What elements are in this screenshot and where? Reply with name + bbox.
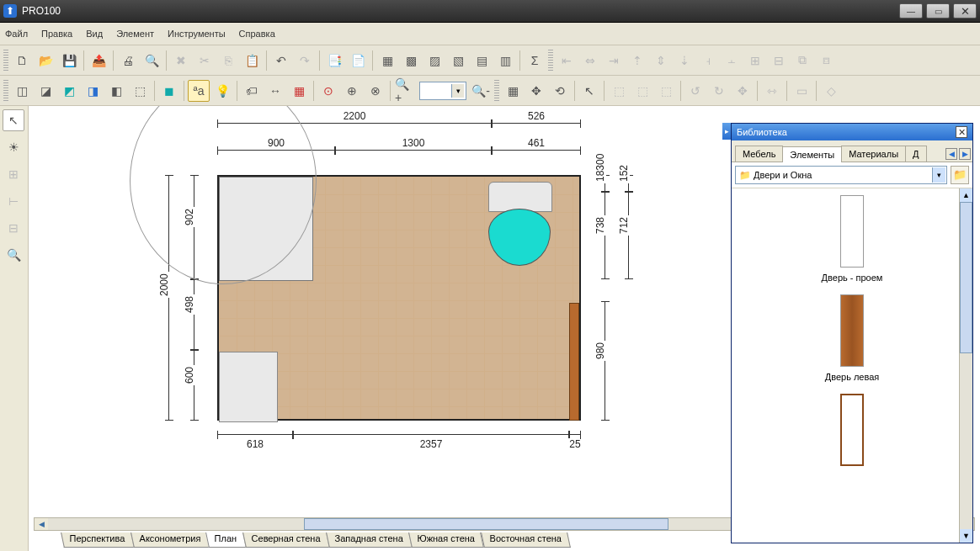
dimension-icon[interactable]: ↔ <box>264 80 286 102</box>
scroll-left-icon[interactable]: ◀ <box>35 518 48 530</box>
library-item-door-left[interactable]: Дверь левая <box>825 294 880 382</box>
bathtub-corner[interactable] <box>219 177 313 281</box>
scroll-up-icon[interactable]: ▲ <box>960 188 972 202</box>
menu-element[interactable]: Элемент <box>116 29 154 39</box>
scroll-down-icon[interactable]: ▼ <box>960 529 972 543</box>
menu-tools[interactable]: Инструменты <box>168 29 226 39</box>
library-tab-elements[interactable]: Элементы <box>782 146 842 162</box>
library-scrollbar[interactable]: ▲ ▼ <box>959 188 972 543</box>
light-tool-icon[interactable]: ☀ <box>3 136 24 158</box>
rotate-icon[interactable]: ⟲ <box>549 80 571 102</box>
export-icon[interactable]: 📤 <box>88 50 109 72</box>
connect-tool-icon[interactable]: ⊢ <box>3 190 24 212</box>
view-mode-1-icon[interactable]: ▦ <box>376 50 398 72</box>
view-mode-5-icon[interactable]: ▤ <box>471 50 493 72</box>
redo-icon[interactable]: ↷ <box>294 50 316 72</box>
window-close-button[interactable]: ✕ <box>953 3 977 19</box>
rotate-left-icon[interactable]: ↺ <box>684 80 706 102</box>
tab-west-wall[interactable]: Западная стена <box>326 532 413 548</box>
cube-shade-icon[interactable]: ◧ <box>105 80 127 102</box>
library-folder-up-icon[interactable]: 📁 <box>951 166 969 184</box>
print-icon[interactable]: 🖨 <box>117 50 139 72</box>
transform-1-icon[interactable]: ⬚ <box>608 80 630 102</box>
view-mode-6-icon[interactable]: ▥ <box>494 50 516 72</box>
tab-north-wall[interactable]: Северная стена <box>242 532 330 548</box>
split-icon[interactable]: ⧈ <box>815 50 837 72</box>
view-mode-3-icon[interactable]: ▨ <box>423 50 445 72</box>
library-tab-materials[interactable]: Материалы <box>841 146 906 162</box>
align-bottom-icon[interactable]: ⇣ <box>674 50 695 72</box>
save-icon[interactable]: 💾 <box>58 50 80 72</box>
library-tab-next-icon[interactable]: ▶ <box>959 148 971 160</box>
tab-perspective[interactable]: Перспектива <box>61 532 135 548</box>
zoom-in-icon[interactable]: 🔍+ <box>394 80 416 102</box>
pointer-tool-icon[interactable]: ↖ <box>3 109 24 131</box>
room-outline[interactable] <box>217 175 581 421</box>
cube-front-icon[interactable]: ◫ <box>11 80 33 102</box>
properties-icon[interactable]: 📑 <box>323 50 345 72</box>
align-top-icon[interactable]: ⇡ <box>626 50 648 72</box>
scroll-thumb[interactable] <box>304 518 669 530</box>
sum-icon[interactable]: Σ <box>524 50 546 72</box>
toolbar-grip[interactable] <box>3 50 8 72</box>
mirror-h-icon[interactable]: ⇿ <box>761 80 783 102</box>
group-icon[interactable]: ⊞ <box>744 50 766 72</box>
zoom-out-icon[interactable]: 🔍- <box>470 80 492 102</box>
ungroup-icon[interactable]: ⊟ <box>768 50 790 72</box>
menu-help[interactable]: Справка <box>239 29 275 39</box>
move-icon[interactable]: ✥ <box>525 80 547 102</box>
tab-plan[interactable]: План <box>206 532 247 548</box>
menu-view[interactable]: Вид <box>86 29 103 39</box>
cube-top-icon[interactable]: ◩ <box>58 80 80 102</box>
select-all-icon[interactable]: ▦ <box>502 80 524 102</box>
report-icon[interactable]: 📄 <box>347 50 369 72</box>
new-document-icon[interactable]: 🗋 <box>11 50 33 72</box>
toolbar-grip[interactable] <box>494 80 499 102</box>
join-icon[interactable]: ⧉ <box>791 50 813 72</box>
library-tab-prev-icon[interactable]: ◀ <box>945 148 957 160</box>
shape-icon[interactable]: ◇ <box>820 80 842 102</box>
window-minimize-button[interactable]: — <box>899 3 923 19</box>
add-tool-icon[interactable]: ⊞ <box>3 163 24 185</box>
toilet[interactable] <box>488 182 552 262</box>
distribute-h-icon[interactable]: ⫞ <box>697 50 719 72</box>
library-tab-more[interactable]: Д <box>905 146 926 162</box>
dims-tool-icon[interactable]: ⊟ <box>3 217 24 239</box>
target1-icon[interactable]: ⊕ <box>341 80 363 102</box>
transform-2-icon[interactable]: ⬚ <box>631 80 653 102</box>
copy-icon[interactable]: ⎘ <box>217 50 239 72</box>
find-tool-icon[interactable]: 🔍 <box>3 244 24 266</box>
library-tab-furniture[interactable]: Мебель <box>735 146 783 162</box>
toolbar-grip[interactable] <box>548 50 553 72</box>
undo-icon[interactable]: ↶ <box>270 50 292 72</box>
align-left-icon[interactable]: ⇤ <box>556 50 578 72</box>
cube-side-icon[interactable]: ◪ <box>35 80 56 102</box>
rotate-right-icon[interactable]: ↻ <box>708 80 730 102</box>
washer-cabinet[interactable] <box>219 352 278 422</box>
window-maximize-button[interactable]: ▭ <box>926 3 950 19</box>
tab-south-wall[interactable]: Южная стена <box>408 532 484 548</box>
cube-iso-icon[interactable]: ◨ <box>82 80 104 102</box>
transform-3-icon[interactable]: ⬚ <box>655 80 677 102</box>
library-close-icon[interactable]: ✕ <box>956 126 967 138</box>
light-icon[interactable]: 💡 <box>211 80 233 102</box>
print-preview-icon[interactable]: 🔍 <box>141 50 162 72</box>
library-item-door-opening[interactable]: Дверь - проем <box>822 195 883 283</box>
paste-icon[interactable]: 📋 <box>241 50 263 72</box>
target2-icon[interactable]: ⊗ <box>365 80 386 102</box>
tab-east-wall[interactable]: Восточная стена <box>481 532 571 548</box>
delete-icon[interactable]: ✖ <box>170 50 192 72</box>
toolbar-grip[interactable] <box>3 80 8 102</box>
distribute-v-icon[interactable]: ⫠ <box>721 50 743 72</box>
align-right-icon[interactable]: ⇥ <box>603 50 625 72</box>
layer-icon[interactable]: ▭ <box>791 80 812 102</box>
move-arrows-icon[interactable]: ✥ <box>732 80 754 102</box>
zoom-combo[interactable] <box>419 82 466 100</box>
snap-icon[interactable]: ⊙ <box>317 80 339 102</box>
tag-icon[interactable]: 🏷 <box>241 80 263 102</box>
menu-file[interactable]: Файл <box>5 29 28 39</box>
cube-solid-icon[interactable]: ◼ <box>158 80 180 102</box>
tab-axonometry[interactable]: Аксонометрия <box>130 532 210 548</box>
library-item-door-frame[interactable] <box>840 394 864 471</box>
chevron-down-icon[interactable]: ▾ <box>932 167 945 183</box>
